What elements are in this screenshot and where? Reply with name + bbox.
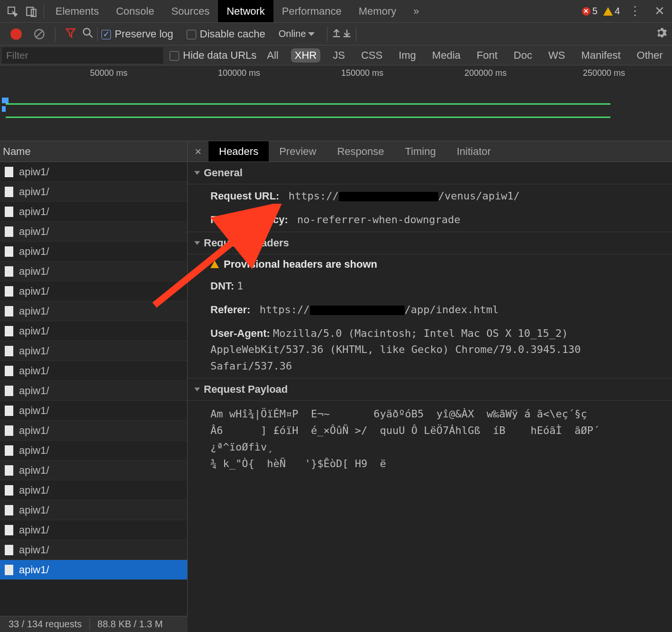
filter-type-ws[interactable]: WS [545, 48, 569, 63]
filter-type-other[interactable]: Other [633, 48, 667, 63]
request-name: apiw1/ [19, 186, 49, 198]
tab-sources[interactable]: Sources [163, 0, 218, 22]
file-icon [5, 266, 13, 277]
file-icon [5, 545, 13, 555]
hide-data-urls-checkbox[interactable]: Hide data URLs [170, 49, 256, 62]
search-icon[interactable] [82, 27, 93, 41]
warn-badge[interactable]: 4 [603, 6, 620, 17]
filter-type-font[interactable]: Font [473, 48, 501, 63]
file-icon [5, 346, 13, 356]
waterfall-overview[interactable]: 50000 ms100000 ms150000 ms200000 ms25000… [0, 65, 672, 141]
filter-toggle-icon[interactable] [65, 27, 76, 41]
request-row[interactable]: apiw1/ [0, 460, 187, 480]
request-row[interactable]: apiw1/ [0, 401, 187, 421]
devtools-top-tabs: ElementsConsoleSourcesNetworkPerformance… [0, 0, 672, 23]
close-detail-icon[interactable]: × [188, 145, 209, 158]
device-toggle-icon[interactable] [25, 5, 38, 18]
tab-memory[interactable]: Memory [350, 0, 405, 22]
request-row[interactable]: apiw1/ [0, 222, 187, 242]
download-har-icon[interactable] [342, 27, 352, 40]
request-row[interactable]: apiw1/ [0, 560, 187, 580]
detail-tab-timing[interactable]: Timing [394, 141, 446, 162]
request-row[interactable]: apiw1/ [0, 381, 187, 401]
request-row[interactable]: apiw1/ [0, 441, 187, 460]
request-name: apiw1/ [19, 544, 49, 556]
kebab-menu-icon[interactable]: ⋮ [628, 5, 642, 18]
request-name: apiw1/ [19, 166, 49, 178]
error-badge[interactable]: ✕5 [582, 6, 598, 17]
request-list[interactable]: apiw1/apiw1/apiw1/apiw1/apiw1/apiw1/apiw… [0, 162, 188, 616]
request-row[interactable]: apiw1/ [0, 500, 187, 520]
clear-button[interactable] [33, 28, 45, 40]
filter-type-css[interactable]: CSS [357, 48, 386, 63]
filter-type-doc[interactable]: Doc [510, 48, 536, 63]
file-icon [5, 525, 13, 535]
section-request-payload[interactable]: Request Payload [188, 378, 672, 401]
file-icon [5, 306, 13, 316]
detail-tab-headers[interactable]: Headers [209, 141, 269, 162]
request-row[interactable]: apiw1/ [0, 242, 187, 262]
file-icon [5, 505, 13, 515]
request-name: apiw1/ [19, 405, 49, 417]
filter-type-xhr[interactable]: XHR [291, 48, 320, 63]
request-row[interactable]: apiw1/ [0, 202, 187, 222]
throttling-select[interactable]: Online [279, 28, 315, 39]
filter-type-all[interactable]: All [263, 48, 282, 63]
close-devtools-icon[interactable]: ✕ [653, 5, 666, 18]
inspect-icon[interactable] [6, 5, 19, 18]
tab-console[interactable]: Console [108, 0, 163, 22]
request-payload-body: Am wHî¾|ÖïÉM¤P E¬~ 6yäðºóB5 yî@&ÀX w‰ãWÿ… [188, 401, 672, 477]
tab-network[interactable]: Network [218, 0, 273, 22]
request-row[interactable]: apiw1/ [0, 540, 187, 560]
detail-tab-response[interactable]: Response [327, 141, 394, 162]
error-count: 5 [592, 6, 598, 17]
request-name: apiw1/ [19, 226, 49, 238]
request-row[interactable]: apiw1/ [0, 341, 187, 361]
request-name: apiw1/ [19, 285, 49, 298]
filter-type-manifest[interactable]: Manifest [577, 48, 624, 63]
request-row[interactable]: apiw1/ [0, 421, 187, 441]
record-button[interactable] [10, 28, 22, 40]
file-icon [5, 386, 13, 396]
request-row[interactable]: apiw1/ [0, 480, 187, 500]
disable-cache-checkbox[interactable]: Disable cache [187, 28, 265, 40]
detail-tab-initiator[interactable]: Initiator [446, 141, 501, 162]
request-row[interactable]: apiw1/ [0, 520, 187, 540]
timeline-tick: 150000 ms [341, 68, 383, 78]
preserve-log-checkbox[interactable]: Preserve log [101, 28, 173, 40]
tab-performance[interactable]: Performance [273, 0, 350, 22]
request-row[interactable]: apiw1/ [0, 361, 187, 381]
tab-overflow[interactable]: » [405, 0, 427, 22]
request-row[interactable]: apiw1/ [0, 162, 187, 182]
filter-input[interactable] [2, 47, 163, 63]
name-column-header[interactable]: Name [0, 141, 188, 162]
dnt-row: DNT:1 [188, 274, 672, 298]
request-name: apiw1/ [19, 305, 49, 317]
request-name: apiw1/ [19, 345, 49, 357]
section-general[interactable]: General [188, 162, 672, 184]
request-name: apiw1/ [19, 365, 49, 377]
section-request-headers[interactable]: Request Headers [188, 232, 672, 254]
warning-icon [210, 261, 219, 268]
file-icon [5, 207, 13, 217]
request-name: apiw1/ [19, 504, 49, 516]
request-name: apiw1/ [19, 464, 49, 477]
svg-line-6 [89, 34, 92, 37]
detail-tab-preview[interactable]: Preview [269, 141, 327, 162]
filter-type-media[interactable]: Media [428, 48, 464, 63]
file-icon [5, 485, 13, 496]
request-row[interactable]: apiw1/ [0, 182, 187, 202]
request-row[interactable]: apiw1/ [0, 262, 187, 281]
request-row[interactable]: apiw1/ [0, 281, 187, 301]
network-settings-icon[interactable] [655, 27, 667, 41]
request-row[interactable]: apiw1/ [0, 301, 187, 321]
request-name: apiw1/ [19, 444, 49, 457]
filter-type-img[interactable]: Img [395, 48, 420, 63]
request-name: apiw1/ [19, 484, 49, 497]
tab-elements[interactable]: Elements [47, 0, 108, 22]
filter-type-js[interactable]: JS [329, 48, 349, 63]
warn-count: 4 [615, 6, 620, 17]
upload-har-icon[interactable] [331, 27, 342, 40]
timeline-tick: 200000 ms [464, 68, 507, 78]
request-row[interactable]: apiw1/ [0, 321, 187, 341]
